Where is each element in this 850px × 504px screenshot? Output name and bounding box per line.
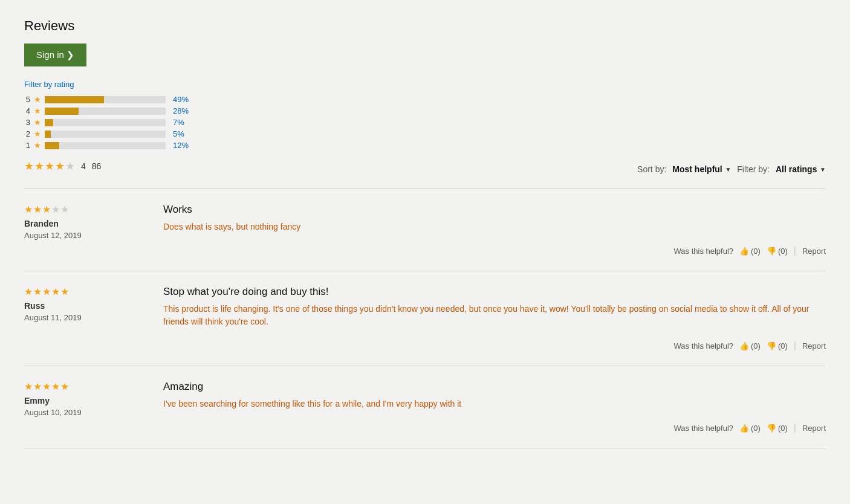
vertical-divider: |: [794, 422, 796, 433]
star-1: ★: [24, 160, 34, 173]
vertical-divider: |: [794, 245, 796, 256]
bar-pct-1: 12%: [173, 141, 192, 150]
review-content: Stop what you're doing and buy this!This…: [163, 286, 826, 351]
sort-filter-bar: Sort by: Most helpful Most recent Top ra…: [637, 164, 826, 174]
review-item: ★★★★★BrandenAugust 12, 2019WorksDoes wha…: [24, 189, 826, 271]
review-star-5: ★: [60, 286, 69, 297]
thumbs-down-button[interactable]: 👎(0): [767, 247, 788, 256]
review-star-3: ★: [42, 381, 51, 392]
page-container: Reviews Sign in ❯ Filter by rating 5★49%…: [0, 0, 850, 504]
bar-fill-3: [45, 119, 53, 126]
review-title: Works: [163, 204, 826, 216]
filter-select[interactable]: All ratings 5 stars 4 stars 3 stars 2 st…: [776, 164, 826, 174]
review-body: This product is life changing. It's one …: [163, 303, 826, 328]
review-star-5: ★: [60, 381, 69, 392]
bar-pct-3: 7%: [173, 118, 192, 127]
review-date: August 12, 2019: [24, 231, 145, 240]
review-stars: ★★★★★: [24, 286, 69, 297]
review-content: WorksDoes what is says, but nothing fanc…: [163, 204, 826, 256]
star-4: ★: [55, 160, 65, 173]
thumbs-down-button[interactable]: 👎(0): [767, 424, 788, 433]
sort-select[interactable]: Most helpful Most recent Top rated Criti…: [672, 164, 731, 174]
bar-pct-5: 49%: [173, 95, 192, 104]
bar-label-4: 4: [24, 106, 30, 115]
reviewer-name: Branden: [24, 219, 145, 228]
rating-bar-row-5: 5★49%: [24, 95, 826, 104]
bar-track-3[interactable]: [45, 119, 166, 126]
bar-star-icon-1: ★: [34, 141, 41, 150]
bar-label-5: 5: [24, 95, 30, 104]
review-star-1: ★: [24, 286, 33, 297]
star-3: ★: [45, 160, 54, 173]
report-button[interactable]: Report: [802, 424, 826, 433]
review-meta: ★★★★★RussAugust 11, 2019: [24, 286, 145, 351]
sort-select-wrapper[interactable]: Most helpful Most recent Top rated Criti…: [672, 164, 731, 174]
reviews-list: ★★★★★BrandenAugust 12, 2019WorksDoes wha…: [24, 189, 826, 448]
was-helpful-label: Was this helpful?: [674, 341, 734, 351]
thumbs-down-icon: 👎: [767, 247, 776, 256]
review-star-2: ★: [33, 286, 42, 297]
rating-bar-row-1: 1★12%: [24, 141, 826, 150]
helpful-yes-count: (0): [751, 247, 761, 256]
thumbs-down-button[interactable]: 👎(0): [767, 341, 788, 351]
review-stars: ★★★★★: [24, 381, 69, 392]
bar-star-icon-5: ★: [34, 95, 41, 104]
vertical-divider: |: [794, 340, 796, 351]
review-meta: ★★★★★BrandenAugust 12, 2019: [24, 204, 145, 256]
bar-star-icon-4: ★: [34, 106, 41, 115]
bar-track-4[interactable]: [45, 108, 166, 115]
bar-track-2[interactable]: [45, 131, 166, 138]
review-helpful-row: Was this helpful?👍(0)👎(0)|Report: [163, 422, 826, 433]
thumbs-up-icon: 👍: [739, 424, 749, 433]
star-5: ★: [65, 160, 75, 173]
thumbs-up-icon: 👍: [739, 341, 749, 351]
rating-bar-row-3: 3★7%: [24, 118, 826, 127]
helpful-no-count: (0): [778, 341, 788, 351]
review-helpful-row: Was this helpful?👍(0)👎(0)|Report: [163, 340, 826, 351]
helpful-yes-count: (0): [751, 424, 761, 433]
reviewer-name: Russ: [24, 301, 145, 311]
filter-select-wrapper[interactable]: All ratings 5 stars 4 stars 3 stars 2 st…: [776, 164, 826, 174]
review-star-4: ★: [51, 381, 60, 392]
thumbs-up-button[interactable]: 👍(0): [739, 247, 761, 256]
review-title: Stop what you're doing and buy this!: [163, 286, 826, 298]
review-meta: ★★★★★EmmyAugust 10, 2019: [24, 381, 145, 433]
filter-label: Filter by:: [737, 164, 770, 174]
review-title: Amazing: [163, 381, 826, 393]
thumbs-up-button[interactable]: 👍(0): [739, 424, 761, 433]
review-star-1: ★: [24, 381, 33, 392]
review-star-4: ★: [51, 204, 60, 215]
rating-bars: 5★49%4★28%3★7%2★5%1★12%: [24, 95, 826, 150]
review-date: August 11, 2019: [24, 313, 145, 322]
bar-fill-1: [45, 142, 59, 149]
review-item: ★★★★★EmmyAugust 10, 2019AmazingI've been…: [24, 366, 826, 448]
thumbs-down-icon: 👎: [767, 341, 776, 351]
bar-label-1: 1: [24, 141, 30, 150]
report-button[interactable]: Report: [802, 247, 826, 256]
review-star-3: ★: [42, 204, 51, 215]
review-star-5: ★: [60, 204, 69, 215]
bar-track-5[interactable]: [45, 96, 166, 103]
review-star-3: ★: [42, 286, 51, 297]
bar-star-icon-2: ★: [34, 129, 41, 138]
helpful-no-count: (0): [778, 424, 788, 433]
report-button[interactable]: Report: [802, 341, 826, 351]
sign-in-button[interactable]: Sign in ❯: [24, 44, 86, 66]
overall-sort-bar: ★ ★ ★ ★ ★ 4 86 Sort by: Most helpful Mos…: [24, 160, 826, 189]
review-body: Does what is says, but nothing fancy: [163, 221, 826, 233]
review-item: ★★★★★RussAugust 11, 2019Stop what you're…: [24, 271, 826, 366]
review-date: August 10, 2019: [24, 408, 145, 417]
bar-fill-2: [45, 131, 51, 138]
filter-rating-label: Filter by rating: [24, 80, 826, 89]
bar-track-1[interactable]: [45, 142, 166, 149]
review-star-4: ★: [51, 286, 60, 297]
total-reviews: 86: [92, 161, 102, 171]
review-stars: ★★★★★: [24, 204, 69, 215]
helpful-yes-count: (0): [751, 341, 761, 351]
review-helpful-row: Was this helpful?👍(0)👎(0)|Report: [163, 245, 826, 256]
review-content: AmazingI've been searching for something…: [163, 381, 826, 433]
review-star-2: ★: [33, 204, 42, 215]
thumbs-up-button[interactable]: 👍(0): [739, 341, 761, 351]
avg-rating: 4: [81, 161, 86, 171]
rating-bar-row-4: 4★28%: [24, 106, 826, 115]
